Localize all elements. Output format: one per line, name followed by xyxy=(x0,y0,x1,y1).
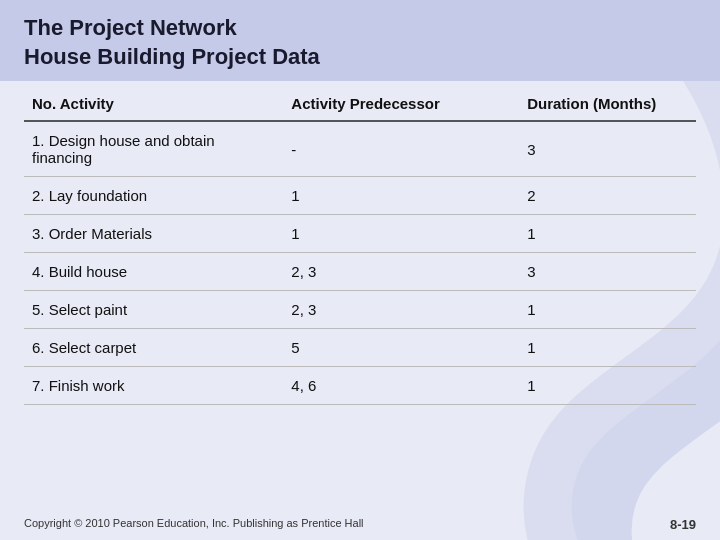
cell-duration: 1 xyxy=(519,329,696,367)
title-line2: House Building Project Data xyxy=(24,44,320,69)
cell-predecessor: 5 xyxy=(283,329,519,367)
table-row: 2. Lay foundation12 xyxy=(24,177,696,215)
table-row: 1. Design house and obtain financing-3 xyxy=(24,121,696,177)
table-row: 4. Build house2, 33 xyxy=(24,253,696,291)
table-container: No. Activity Activity Predecessor Durati… xyxy=(0,85,720,405)
cell-predecessor: 4, 6 xyxy=(283,367,519,405)
cell-predecessor: 1 xyxy=(283,215,519,253)
header: The Project Network House Building Proje… xyxy=(0,0,720,81)
page: The Project Network House Building Proje… xyxy=(0,0,720,540)
table-row: 5. Select paint2, 31 xyxy=(24,291,696,329)
page-number: 8-19 xyxy=(670,517,696,532)
cell-duration: 1 xyxy=(519,291,696,329)
cell-duration: 3 xyxy=(519,253,696,291)
table-row: 7. Finish work4, 61 xyxy=(24,367,696,405)
cell-activity: 3. Order Materials xyxy=(24,215,283,253)
project-data-table: No. Activity Activity Predecessor Durati… xyxy=(24,85,696,405)
cell-activity: 2. Lay foundation xyxy=(24,177,283,215)
cell-activity: 1. Design house and obtain financing xyxy=(24,121,283,177)
table-row: 3. Order Materials11 xyxy=(24,215,696,253)
table-row: 6. Select carpet51 xyxy=(24,329,696,367)
copyright-text: Copyright © 2010 Pearson Education, Inc.… xyxy=(24,517,364,532)
cell-predecessor: 1 xyxy=(283,177,519,215)
table-header-row: No. Activity Activity Predecessor Durati… xyxy=(24,85,696,121)
page-title: The Project Network House Building Proje… xyxy=(24,14,696,71)
footer: Copyright © 2010 Pearson Education, Inc.… xyxy=(24,517,696,532)
cell-duration: 1 xyxy=(519,215,696,253)
cell-activity: 7. Finish work xyxy=(24,367,283,405)
cell-activity: 5. Select paint xyxy=(24,291,283,329)
cell-predecessor: - xyxy=(283,121,519,177)
cell-duration: 1 xyxy=(519,367,696,405)
col-header-predecessor: Activity Predecessor xyxy=(283,85,519,121)
cell-predecessor: 2, 3 xyxy=(283,291,519,329)
col-header-duration: Duration (Months) xyxy=(519,85,696,121)
col-header-activity: No. Activity xyxy=(24,85,283,121)
cell-duration: 2 xyxy=(519,177,696,215)
title-line1: The Project Network xyxy=(24,15,237,40)
cell-duration: 3 xyxy=(519,121,696,177)
cell-activity: 6. Select carpet xyxy=(24,329,283,367)
cell-predecessor: 2, 3 xyxy=(283,253,519,291)
cell-activity: 4. Build house xyxy=(24,253,283,291)
